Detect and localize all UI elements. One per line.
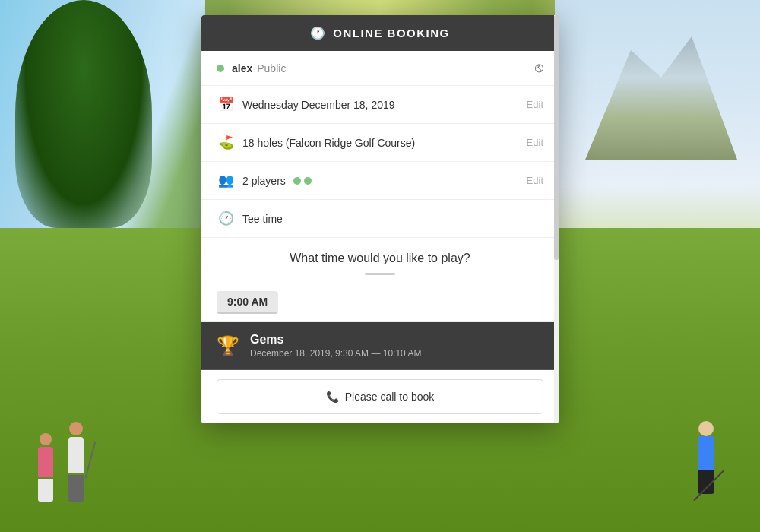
swing-head [698,421,714,436]
divider [365,273,395,275]
question-text: What time would you like to play? [217,252,543,265]
golfer-figure-2 [68,422,84,502]
scrollbar[interactable] [554,15,559,423]
golfer-legs-2 [68,475,84,502]
phone-icon: 📞 [326,391,339,403]
question-section: What time would you like to play? [201,238,559,283]
swing-body [698,436,714,470]
golfer-legs-1 [38,479,53,502]
players-edit-button[interactable]: Edit [527,175,543,186]
call-button-row: 📞 Please call to book [201,370,559,423]
golfer-head-2 [69,422,83,435]
tee-time-row: 🕐 Tee time [201,200,559,238]
booking-modal: 🕐 ONLINE BOOKING alex Public ⎋ 📅 Wednesd… [201,15,559,423]
golf-icon: ⛳ [217,135,235,150]
online-indicator [217,65,224,72]
scrollbar-thumb [554,15,559,260]
tee-time-date-range: December 18, 2019, 9:30 AM — 10:10 AM [250,348,543,359]
share-icon[interactable]: ⎋ [535,60,543,76]
call-button-label: Please call to book [345,391,435,403]
player-dot-2 [304,177,312,185]
tee-time-card[interactable]: 🏆 Gems December 18, 2019, 9:30 AM — 10:1… [201,322,559,370]
player-dot-1 [293,177,301,185]
tee-time-label: Tee time [242,213,543,225]
golfer-body-2 [68,437,84,473]
tee-time-title: Gems [250,333,543,347]
user-row: alex Public ⎋ [201,51,559,86]
golfer-head-1 [40,433,52,445]
holes-row: ⛳ 18 holes (Falcon Ridge Golf Course) Ed… [201,124,559,162]
players-row: 👥 2 players Edit [201,162,559,200]
tee-clock-icon: 🕐 [217,211,235,226]
date-value: Wednesday December 18, 2019 [242,99,519,111]
modal-title: ONLINE BOOKING [333,27,450,40]
trophy-icon: 🏆 [217,335,239,356]
clock-icon: 🕐 [310,26,325,40]
players-value: 2 players [242,175,519,187]
golfer-figure-1 [38,433,53,502]
user-status: Public [257,62,286,74]
golfer-body-1 [38,447,53,477]
booking-info: Gems December 18, 2019, 9:30 AM — 10:10 … [250,333,543,359]
players-icon: 👥 [217,173,235,188]
username: alex [232,62,252,74]
modal-header: 🕐 ONLINE BOOKING [201,15,559,51]
players-count: 2 players [242,175,286,187]
tree-decoration [15,0,152,228]
date-row: 📅 Wednesday December 18, 2019 Edit [201,86,559,124]
golfer-group-left [38,422,84,502]
holes-value: 18 holes (Falcon Ridge Golf Course) [242,137,519,149]
calendar-icon: 📅 [217,97,235,112]
player-dots [293,177,312,185]
call-to-book-button[interactable]: 📞 Please call to book [217,379,543,414]
date-edit-button[interactable]: Edit [527,99,543,110]
golfer-swing [698,421,714,494]
time-badge[interactable]: 9:00 AM [217,291,278,314]
time-badge-row: 9:00 AM [201,283,559,322]
holes-edit-button[interactable]: Edit [527,137,543,148]
